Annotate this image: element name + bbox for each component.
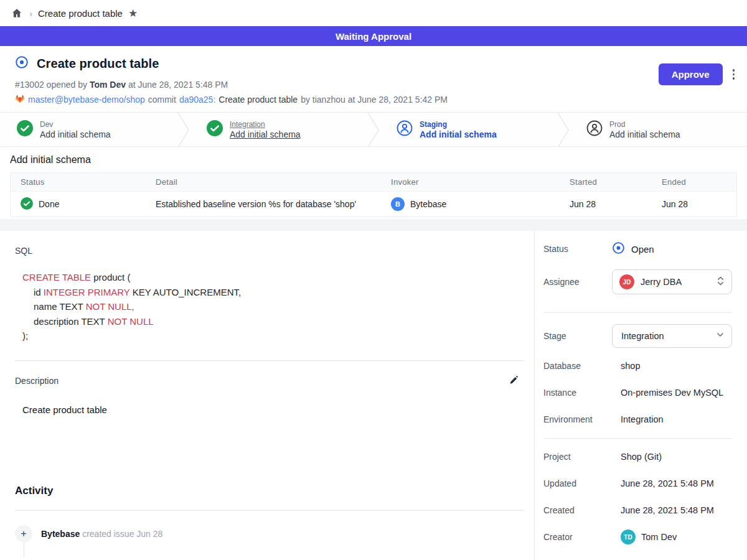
stage-dev[interactable]: Dev Add initial schema — [0, 113, 177, 146]
database-value: shop — [612, 361, 732, 371]
activity-item: + Bytebase created issue Jun 28 — [15, 525, 524, 543]
branch-link[interactable]: master@bytebase-demo/shop — [28, 95, 145, 105]
sql-token: INTEGER PRIMARY — [44, 287, 130, 297]
assignee-value: Jerry DBA — [641, 277, 710, 287]
issue-sidebar: Status Open Assignee JD Jerry DBA Stage — [535, 231, 747, 560]
col-ended: Ended — [652, 177, 736, 187]
sql-label: SQL — [15, 246, 524, 256]
sql-token: id — [34, 287, 44, 297]
commit-message: Create product table — [218, 95, 298, 105]
creator-value: Tom Dev — [641, 532, 677, 542]
project-value: Shop (Git) — [612, 452, 732, 462]
stage-value: Integration — [619, 331, 710, 341]
commit-word: commit — [148, 95, 176, 105]
description-content: Create product table — [15, 404, 524, 415]
stage-integration[interactable]: Integration Add initial schema — [190, 113, 367, 146]
database-label: Database — [543, 361, 612, 371]
task-section: Add initial schema Status Detail Invoker… — [0, 147, 747, 219]
status-banner: Waiting Approval — [0, 26, 747, 46]
updown-chevron-icon — [716, 276, 725, 289]
more-actions-icon[interactable] — [730, 67, 738, 82]
activity-actor: Bytebase — [41, 529, 80, 539]
timeline-connector — [24, 543, 24, 558]
sql-code: CREATE TABLE product ( id INTEGER PRIMAR… — [15, 270, 524, 343]
task-table: Status Detail Invoker Started Ended Done… — [10, 172, 737, 217]
breadcrumb-separator-icon: › — [29, 8, 32, 19]
issue-open-icon — [15, 55, 29, 72]
stage-select[interactable]: Integration — [612, 324, 732, 348]
stage-separator-icon — [367, 113, 380, 146]
pipeline: Dev Add initial schema Integration Add i… — [0, 112, 747, 147]
sql-token: name TEXT — [34, 301, 86, 312]
assignee-label: Assignee — [543, 277, 612, 287]
sql-token: ); — [22, 330, 28, 341]
sql-token: CREATE TABLE — [22, 272, 91, 282]
divider — [15, 510, 524, 511]
environment-label: Environment — [543, 414, 612, 424]
sql-token: product ( — [91, 272, 130, 282]
commit-row: master@bytebase-demo/shop commit da90a25… — [15, 94, 737, 105]
stage-task-label[interactable]: Add initial schema — [230, 129, 301, 139]
col-status: Status — [11, 177, 146, 187]
plus-icon: + — [15, 525, 32, 543]
stage-label: Stage — [543, 331, 612, 341]
issue-header: Create product table #13002 opened by To… — [0, 46, 747, 112]
commit-suffix: by tianzhou at June 28, 2021 5:42 PM — [301, 95, 448, 105]
commit-hash-link[interactable]: da90a25: — [179, 95, 215, 105]
sql-token: NOT NULL, — [86, 301, 134, 312]
check-circle-icon — [207, 120, 223, 139]
approve-button[interactable]: Approve — [659, 63, 723, 85]
stage-task-label: Add initial schema — [420, 129, 497, 139]
issue-detail-pane: SQL CREATE TABLE product ( id INTEGER PR… — [0, 231, 535, 560]
assignee-select[interactable]: JD Jerry DBA — [612, 269, 732, 294]
stage-staging[interactable]: Staging Add initial schema — [380, 113, 557, 146]
divider — [543, 438, 732, 439]
task-status: Done — [39, 199, 59, 209]
divider — [15, 360, 524, 361]
description-label: Description — [15, 376, 59, 386]
status-banner-text: Waiting Approval — [336, 31, 411, 42]
stage-separator-icon — [177, 113, 190, 146]
task-detail: Established baseline version %s for data… — [146, 199, 381, 209]
activity-heading: Activity — [15, 485, 524, 497]
col-started: Started — [560, 177, 652, 187]
status-label: Status — [543, 244, 612, 254]
person-circle-icon — [397, 120, 413, 139]
breadcrumb: › Create product table ★ — [0, 0, 747, 26]
created-value: June 28, 2021 5:48 PM — [612, 505, 732, 515]
issue-author: Tom Dev — [90, 80, 126, 90]
task-heading: Add initial schema — [10, 154, 737, 166]
avatar: TD — [621, 530, 636, 544]
home-icon[interactable] — [10, 6, 24, 20]
stage-env-label: Dev — [40, 120, 111, 129]
instance-value: On-premises Dev MySQL — [612, 388, 732, 398]
issue-open-icon — [612, 241, 625, 256]
created-label: Created — [543, 505, 612, 515]
breadcrumb-title[interactable]: Create product table — [38, 8, 123, 19]
task-started: Jun 28 — [560, 199, 652, 209]
status-value: Open — [631, 244, 654, 254]
star-icon[interactable]: ★ — [128, 8, 138, 19]
chevron-down-icon — [716, 330, 725, 342]
table-row: Done Established baseline version %s for… — [11, 191, 736, 217]
sql-token: NOT NULL — [108, 316, 154, 327]
project-label: Project — [543, 452, 612, 462]
stage-env-label: Staging — [420, 120, 497, 129]
edit-pencil-icon[interactable] — [507, 375, 520, 388]
stage-task-label: Add initial schema — [40, 129, 111, 139]
stage-env-label[interactable]: Integration — [230, 120, 301, 129]
stage-prod[interactable]: Prod Add initial schema — [570, 113, 747, 146]
environment-value: Integration — [612, 414, 732, 424]
person-circle-icon — [586, 120, 603, 139]
avatar: B — [391, 197, 405, 211]
updated-value: June 28, 2021 5:48 PM — [612, 478, 732, 488]
creator-label: Creator — [543, 532, 612, 542]
col-invoker: Invoker — [381, 177, 560, 187]
avatar: JD — [619, 274, 634, 289]
stage-task-label: Add initial schema — [609, 129, 680, 139]
task-table-header: Status Detail Invoker Started Ended — [11, 173, 736, 191]
issue-meta: #13002 opened by Tom Dev at June 28, 202… — [15, 80, 737, 90]
issue-meta-suffix: at June 28, 2021 5:48 PM — [128, 80, 228, 90]
activity-action: created issue Jun 28 — [82, 529, 162, 539]
col-detail: Detail — [146, 177, 381, 187]
